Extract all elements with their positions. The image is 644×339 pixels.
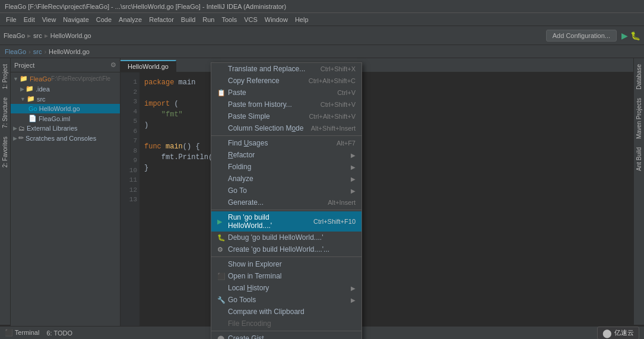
cm-label-folding: Folding — [228, 163, 351, 171]
cm-arrow-go-tools: ▶ — [351, 297, 356, 303]
cm-label-refactor: Refactor — [228, 151, 351, 159]
cm-label-copyref: Copy Reference — [228, 77, 304, 85]
cm-shortcut-paste: Ctrl+V — [337, 89, 356, 96]
cm-item-go-tools[interactable]: 🔧 Go Tools ▶ — [211, 294, 361, 306]
cm-arrow-goto: ▶ — [351, 188, 356, 194]
cm-icon-run: ▶ — [217, 218, 226, 226]
cm-label-create: Create 'go build HelloWorld....'... — [228, 245, 356, 254]
cm-item-paste-simple[interactable]: Paste Simple Ctrl+Alt+Shift+V — [211, 110, 361, 122]
cm-icon-debug: 🐛 — [217, 234, 226, 242]
cm-label-translate: Translate and Replace... — [228, 65, 316, 73]
cm-item-generate[interactable]: Generate... Alt+Insert — [211, 197, 361, 208]
cm-shortcut-col-select: Alt+Shift+Insert — [311, 125, 356, 132]
cm-label-run: Run 'go build HelloWorld....' — [228, 213, 309, 230]
cm-item-compare-clipboard[interactable]: Compare with Clipboard — [211, 306, 361, 318]
cm-icon-paste: 📋 — [217, 89, 226, 97]
cm-sep2 — [211, 210, 361, 210]
cm-icon-create-gist: ⬤ — [217, 335, 226, 340]
cm-item-debug[interactable]: 🐛 Debug 'go build HelloWorld....' — [211, 232, 361, 243]
cm-item-folding[interactable]: Folding ▶ — [211, 161, 361, 173]
cm-label-create-gist: Create Gist... — [228, 334, 356, 339]
cm-item-file-encoding: File Encoding — [211, 318, 361, 330]
cm-arrow-folding: ▶ — [351, 164, 356, 170]
cm-item-paste[interactable]: 📋 Paste Ctrl+V — [211, 87, 361, 99]
cm-item-col-select[interactable]: Column Selection Mode Alt+Shift+Insert — [211, 122, 361, 134]
cm-shortcut-generate: Alt+Insert — [328, 199, 356, 206]
cm-item-create[interactable]: ⚙ Create 'go build HelloWorld....'... — [211, 243, 361, 255]
cm-sep4 — [211, 331, 361, 331]
cm-item-refactor[interactable]: Refactor ▶ — [211, 149, 361, 161]
cm-label-paste-simple: Paste Simple — [228, 112, 304, 121]
cm-icon-open-terminal: ⬛ — [217, 273, 226, 280]
cm-item-paste-history[interactable]: Paste from History... Ctrl+Shift+V — [211, 99, 361, 110]
cm-sep1 — [211, 135, 361, 136]
cm-item-goto[interactable]: Go To ▶ — [211, 185, 361, 197]
cm-label-open-terminal: Open in Terminal — [228, 272, 356, 280]
cm-icon-go-tools: 🔧 — [217, 296, 226, 304]
cm-shortcut-run: Ctrl+Shift+F10 — [313, 218, 356, 225]
cm-label-paste: Paste — [228, 88, 332, 97]
cm-label-local-history: Local History — [228, 284, 351, 292]
cm-shortcut-paste-history: Ctrl+Shift+V — [321, 101, 356, 108]
cm-icon-create: ⚙ — [217, 246, 226, 254]
cm-shortcut-translate: Ctrl+Shift+X — [321, 65, 356, 72]
cm-arrow-analyze: ▶ — [351, 176, 356, 182]
cm-item-create-gist[interactable]: ⬤ Create Gist... — [211, 332, 361, 339]
cm-label-analyze: Analyze — [228, 175, 351, 183]
cm-sep3 — [211, 256, 361, 257]
context-menu-overlay: Translate and Replace... Ctrl+Shift+X Co… — [0, 0, 644, 339]
cm-item-show-explorer[interactable]: Show in Explorer — [211, 258, 361, 270]
cm-item-find-usages[interactable]: Find Usages Alt+F7 — [211, 137, 361, 149]
cm-shortcut-paste-simple: Ctrl+Alt+Shift+V — [309, 113, 356, 120]
cm-label-goto: Go To — [228, 186, 351, 195]
cm-label-generate: Generate... — [228, 198, 323, 207]
cm-label-file-encoding: File Encoding — [228, 319, 356, 328]
cm-item-analyze[interactable]: Analyze ▶ — [211, 173, 361, 185]
cm-shortcut-copyref: Ctrl+Alt+Shift+C — [309, 77, 356, 84]
cm-shortcut-find-usages: Alt+F7 — [337, 140, 356, 147]
cm-label-find-usages: Find Usages — [228, 139, 332, 147]
cm-item-local-history[interactable]: Local History ▶ — [211, 282, 361, 294]
cm-label-compare-clipboard: Compare with Clipboard — [228, 308, 356, 316]
cm-label-paste-history: Paste from History... — [228, 100, 316, 109]
context-menu: Translate and Replace... Ctrl+Shift+X Co… — [211, 62, 362, 339]
cm-label-go-tools: Go Tools — [228, 296, 351, 304]
cm-arrow-local-history: ▶ — [351, 285, 356, 292]
cm-label-debug: Debug 'go build HelloWorld....' — [228, 233, 356, 242]
cm-item-copyref[interactable]: Copy Reference Ctrl+Alt+Shift+C — [211, 75, 361, 87]
cm-arrow-refactor: ▶ — [351, 152, 356, 159]
cm-label-col-select: Column Selection Mode — [228, 124, 306, 132]
cm-label-show-explorer: Show in Explorer — [228, 260, 356, 268]
cm-item-translate[interactable]: Translate and Replace... Ctrl+Shift+X — [211, 63, 361, 75]
cm-item-open-terminal[interactable]: ⬛ Open in Terminal — [211, 270, 361, 282]
cm-item-run[interactable]: ▶ Run 'go build HelloWorld....' Ctrl+Shi… — [211, 211, 361, 232]
